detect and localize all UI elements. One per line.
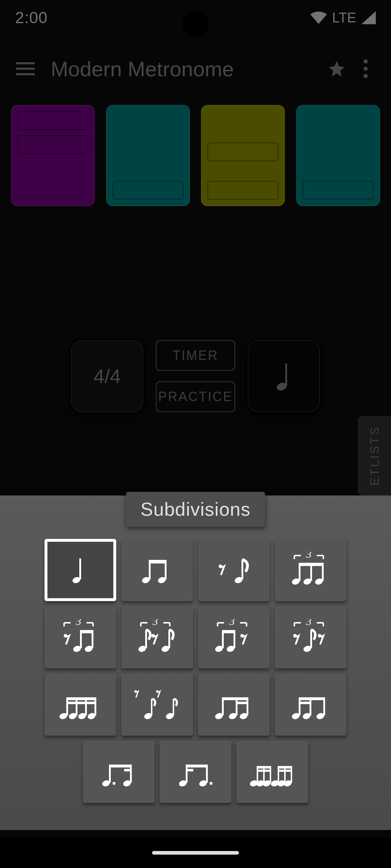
16-dot8-icon [172,754,219,790]
subdivision-16-dot8[interactable] [160,741,231,803]
triplet-icon [287,552,334,588]
subdivisions-grid [0,539,391,823]
subdivision-rest-pair-rest-pair[interactable] [121,673,193,736]
triplet-rest-first-icon [57,619,104,655]
subdivision-rest-eighth[interactable] [198,539,270,601]
eighth-two-16-icon [210,686,257,723]
dot8-16-icon [95,754,142,790]
two-16-eighth-icon [287,686,334,723]
rest-pair-rest-pair-icon [134,686,181,723]
triplet-rest-last-icon [210,619,257,655]
sheet-title: Subdivisions [140,499,251,520]
triplet-outer-rest-icon [287,619,334,655]
triplet-rest-mid-icon [134,619,181,655]
subdivision-triplet-rest-first[interactable] [45,606,116,668]
quarter-icon [57,552,104,588]
subdivision-two-16-eighth[interactable] [275,673,346,736]
two-eighths-icon [134,552,181,588]
four-sixteenths-icon [57,686,104,723]
sixtuplet-icon [249,754,296,790]
subdivision-triplet-outer-rest[interactable] [275,606,346,668]
gesture-nav-bar [0,837,391,868]
subdivision-triplet-rest-last[interactable] [198,606,270,668]
subdivision-dot8-16[interactable] [83,741,155,803]
subdivision-eighth-two-16[interactable] [198,673,270,736]
subdivision-triplet[interactable] [275,539,346,601]
subdivision-four-sixteenths[interactable] [45,673,116,736]
subdivision-sixtuplet[interactable] [236,741,308,803]
rest-eighth-icon [210,552,257,588]
subdivision-two-eighths[interactable] [121,539,193,601]
gesture-handle [152,851,239,855]
subdivision-triplet-rest-mid[interactable] [121,606,193,668]
subdivisions-sheet: Subdivisions [0,495,391,830]
subdivision-quarter[interactable] [45,539,116,601]
sheet-title-chip: Subdivisions [126,492,265,527]
